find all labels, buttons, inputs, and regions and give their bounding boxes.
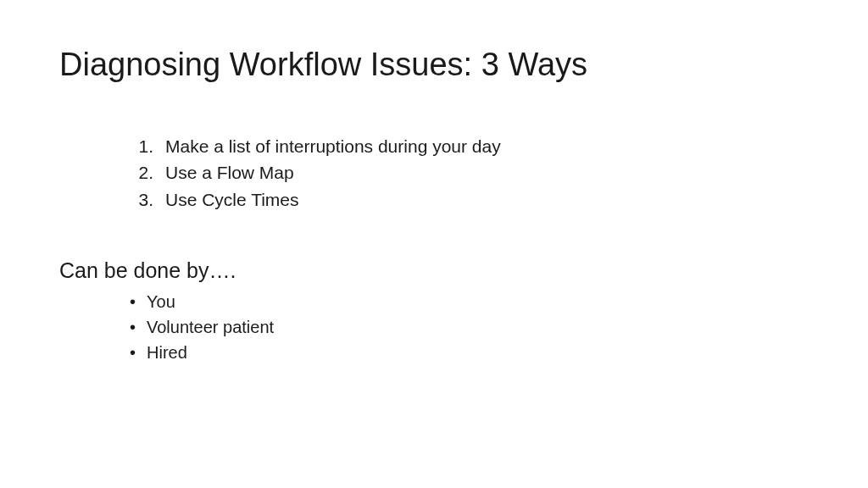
list-item: 1.Make a list of interruptions during yo… [131, 134, 809, 158]
list-item: You [131, 290, 809, 314]
list-item-text: Use a Flow Map [165, 163, 294, 182]
list-item-text: You [147, 292, 175, 311]
bullet-list: You Volunteer patient Hired [131, 290, 809, 365]
list-item-text: Volunteer patient [147, 318, 274, 336]
list-item: 2.Use a Flow Map [131, 160, 809, 185]
list-item: Hired [131, 341, 809, 365]
list-item: Volunteer patient [131, 315, 809, 340]
list-item: 3.Use Cycle Times [131, 187, 809, 212]
numbered-list: 1.Make a list of interruptions during yo… [131, 134, 809, 212]
list-item-text: Hired [147, 343, 187, 362]
subheading: Can be done by…. [59, 258, 809, 283]
slide-title: Diagnosing Workflow Issues: 3 Ways [59, 47, 809, 83]
list-item-text: Make a list of interruptions during your… [165, 136, 501, 156]
list-item-text: Use Cycle Times [165, 190, 299, 209]
